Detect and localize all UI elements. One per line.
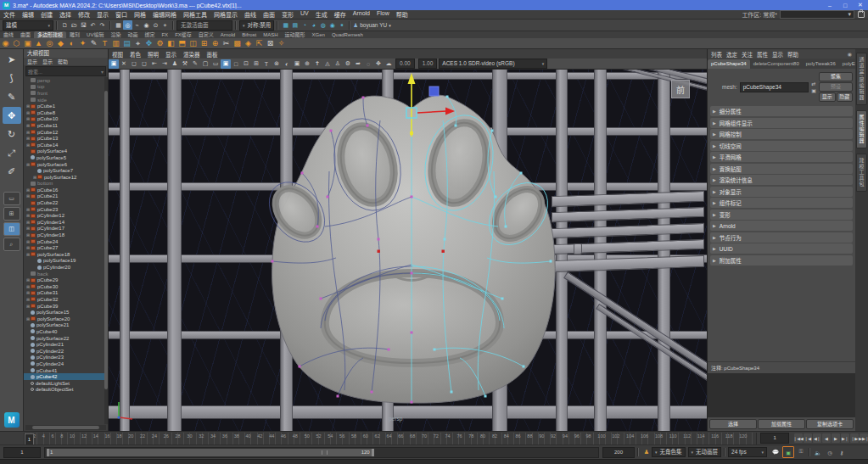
shelf-icon-20[interactable]: ✂ (221, 38, 232, 48)
viewport-tool-icon-16[interactable]: ⊗ (272, 59, 282, 69)
shelf-tab-曲线[interactable]: 曲线 (0, 31, 17, 38)
range-far-icon-1[interactable]: ◷ (825, 447, 835, 457)
outliner-item-pCylinder20[interactable]: pCylinder20 (24, 264, 108, 271)
front-view-indicator[interactable]: 前 (671, 80, 690, 98)
shelf-icon-8[interactable]: ✎ (88, 38, 99, 48)
ae-section-组件标记[interactable]: ▶组件标记 (710, 198, 853, 208)
menu-item-帮助[interactable]: 帮助 (393, 10, 412, 19)
layout-hypershade[interactable]: ⌕ (3, 238, 20, 251)
file-icon-0[interactable]: 🗋 (60, 20, 70, 30)
ae-section-UUID[interactable]: ▶UUID (710, 243, 853, 254)
outliner-item-polySurface4[interactable]: polySurface4 (24, 148, 108, 155)
viewport-tool-icon-22[interactable]: ♙ (333, 59, 343, 69)
viewport-tool-icon-8[interactable]: ✎ (190, 59, 200, 69)
exposure-field[interactable]: 0.00 (395, 59, 415, 69)
outliner-item-back[interactable]: back (24, 271, 108, 277)
menu-item-缓存[interactable]: 缓存 (331, 10, 350, 19)
outliner-item-defaultLightSet[interactable]: defaultLightSet (24, 380, 108, 387)
ae-section-对象显示[interactable]: ▶对象显示 (710, 187, 853, 197)
shelf-tab-多边形建模[interactable]: 多边形建模 (34, 31, 66, 38)
render-icon-5[interactable]: ◉ (328, 20, 337, 30)
shelf-icon-2[interactable]: ▣ (22, 38, 33, 48)
ae-section-网格组件显示[interactable]: ▶网格组件显示 (710, 118, 853, 128)
outliner-item-polySurface18[interactable]: ⊞polySurface18 (24, 251, 108, 258)
outliner-item-pCube8[interactable]: ⊞pCube8 (24, 109, 108, 116)
playback-button-6[interactable]: ❘▶ (850, 433, 859, 443)
snap-icon-4[interactable]: ⊙ (151, 20, 160, 30)
menu-set-dropdown[interactable]: 建模▾ (3, 20, 53, 31)
viewport-tool-icon-12[interactable]: □ (231, 59, 241, 69)
snap-icon-3[interactable]: ◉ (142, 20, 151, 30)
ae-tab-polyTweak36[interactable]: polyTweak36 (803, 59, 839, 69)
outliner-menu-0[interactable]: 显示 (27, 58, 37, 65)
shelf-icon-11[interactable]: ▤ (121, 38, 132, 48)
viewport-menu-面板[interactable]: 面板 (204, 50, 221, 59)
colorspace-dropdown[interactable]: ACES 1.0 SDR-video (sRGB)▾ (439, 59, 547, 69)
layout-single[interactable]: ▭ (3, 192, 20, 205)
outliner-item-pCube29[interactable]: ⊞pCube29 (24, 277, 108, 283)
ae-section-细分属性[interactable]: ▶细分属性 (710, 106, 853, 116)
select-tool[interactable]: ➤ (3, 51, 21, 68)
ae-section-置换贴图[interactable]: ▶置换贴图 (710, 164, 853, 174)
outliner-item-polySurface6[interactable]: ⊞polySurface6 (24, 161, 108, 168)
scale-tool[interactable]: ⤢ (3, 144, 21, 161)
menu-item-修改[interactable]: 修改 (75, 10, 93, 19)
viewport-tool-icon-0[interactable]: ▣ (109, 59, 119, 69)
menu-item-变形[interactable]: 变形 (278, 10, 297, 19)
range-tail-icon-0[interactable]: 💬 (770, 446, 781, 456)
viewport-tool-icon-6[interactable]: ♟ (170, 59, 180, 69)
shelf-icon-23[interactable]: ⇱ (254, 38, 265, 48)
shelf-icon-14[interactable]: ⚙ (154, 38, 165, 48)
shelf-icon-19[interactable]: ⊕ (210, 38, 221, 48)
menu-item-Arnold[interactable]: Arnold (350, 10, 373, 19)
viewport-tool-icon-3[interactable]: ◻ (139, 59, 149, 69)
playback-button-0[interactable]: ❘◀◀ (794, 433, 803, 443)
viewport-tool-icon-19[interactable]: ⊕ (302, 59, 312, 69)
outliner-item-bottom[interactable]: bottom (24, 181, 108, 187)
shelf-icon-15[interactable]: ◧ (165, 38, 176, 48)
outliner-hscrollbar[interactable] (25, 425, 106, 430)
presets-button[interactable]: 预设 (819, 82, 853, 92)
outliner-item-pCylinder22[interactable]: pCylinder22 (24, 348, 108, 355)
file-icon-1[interactable]: 🗁 (70, 20, 79, 30)
outliner-item-pCylinder12[interactable]: ⊞pCylinder12 (24, 212, 108, 219)
outliner-item-polySurface19[interactable]: polySurface19 (24, 258, 108, 265)
menu-item-Flow[interactable]: Flow (373, 10, 393, 19)
range-far-icon-0[interactable]: 🔈 (813, 447, 823, 457)
menu-item-曲面[interactable]: 曲面 (260, 10, 278, 19)
maximize-button[interactable]: □ (837, 0, 853, 10)
outliner-item-pCube21[interactable]: ⊞pCube21 (24, 193, 108, 200)
range-end-handle[interactable] (372, 449, 374, 456)
shelf-icon-4[interactable]: ◎ (44, 38, 55, 48)
outliner-item-pCube14[interactable]: ⊞pCube14 (24, 142, 108, 148)
rotate-tool[interactable]: ↻ (3, 126, 21, 143)
outliner-item-defaultObjectSet[interactable]: defaultObjectSet (24, 387, 108, 394)
render-icon-2[interactable]: ◔ (300, 20, 309, 30)
viewport-tool-icon-5[interactable]: ⇥ (160, 59, 170, 69)
viewport-menu-视图[interactable]: 视图 (109, 50, 126, 59)
menu-item-显示[interactable]: 显示 (93, 10, 112, 19)
move-tool[interactable]: ✥ (3, 107, 21, 124)
outliner-item-side[interactable]: side (24, 97, 108, 103)
snap-icon-1[interactable]: ◎ (123, 20, 132, 30)
show-button[interactable]: 显示 (819, 92, 836, 102)
range-tail-icon-2[interactable]: ⚿ (796, 446, 806, 456)
ae-footer-复制选项卡[interactable]: 复制选项卡 (806, 419, 854, 429)
outliner-menu-1[interactable]: 显示 (42, 58, 53, 65)
ae-section-网格控制[interactable]: ▶网格控制 (710, 129, 853, 139)
viewport-tool-icon-11[interactable]: ▣ (221, 59, 231, 69)
side-tab-通道盒/层编辑器[interactable]: 通道盒/层编辑器 (856, 53, 867, 105)
playback-button-3[interactable]: ◀ (822, 433, 831, 443)
playback-button-7[interactable]: ▶▶❘ (860, 433, 868, 443)
ae-menu-选定[interactable]: 选定 (726, 50, 737, 59)
outliner-item-pCube16[interactable]: ⊞pCube16 (24, 187, 108, 193)
shelf-icon-13[interactable]: ✥ (143, 38, 154, 48)
shelf-tab-运动图形[interactable]: 运动图形 (282, 31, 309, 38)
shelf-icon-9[interactable]: T (99, 38, 110, 48)
viewport-tool-icon-27[interactable]: ☁ (384, 59, 394, 69)
outliner-item-pCylinder17[interactable]: ⊞pCylinder17 (24, 226, 108, 232)
focus-button[interactable]: 聚焦 (819, 72, 853, 81)
menu-item-网格[interactable]: 网格 (131, 10, 149, 19)
ae-section-Arnold[interactable]: ▶Arnold (710, 221, 853, 231)
viewport-panel[interactable]: 视图着色照明显示渲染器面板 ▣✕◻◻⇤⇥♟⚒✎▢▭▣□⊡⊞T⊗◐▣⊕✝◬♙⚙➦◌… (109, 49, 707, 431)
